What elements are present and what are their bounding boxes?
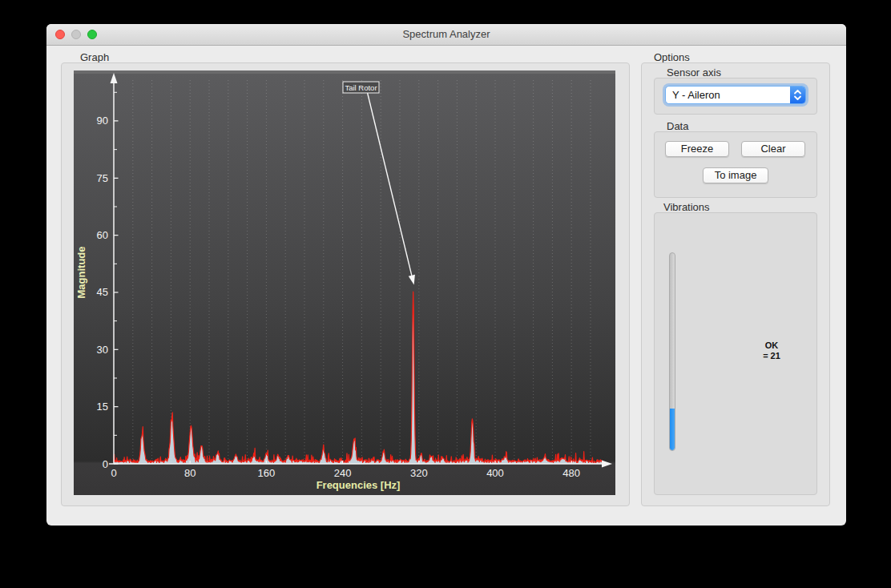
svg-text:15: 15 xyxy=(97,401,108,413)
svg-text:30: 30 xyxy=(97,344,108,356)
app-window: Spectrum Analyzer Graph 0153045607590080… xyxy=(46,24,846,526)
vibration-level-fill xyxy=(670,409,675,450)
svg-text:75: 75 xyxy=(97,172,108,184)
vibration-status: OK = 21 xyxy=(724,340,820,361)
vibrations-group-label: Vibrations xyxy=(663,201,710,213)
spectrum-plot-canvas: 0153045607590080160240320400480Magnitude… xyxy=(74,70,615,495)
svg-text:240: 240 xyxy=(334,467,352,479)
vibration-status-text: OK xyxy=(724,340,820,351)
dropdown-stepper-icon[interactable] xyxy=(790,87,805,103)
svg-text:Tail Rotor: Tail Rotor xyxy=(345,83,377,92)
svg-text:0: 0 xyxy=(103,458,108,470)
svg-text:45: 45 xyxy=(97,286,108,298)
svg-text:Magnitude: Magnitude xyxy=(75,247,87,299)
svg-text:160: 160 xyxy=(258,467,276,479)
vibration-level-slider[interactable] xyxy=(669,252,675,451)
svg-text:Frequencies [Hz]: Frequencies [Hz] xyxy=(316,479,401,491)
sensor-axis-selected-value: Y - Aileron xyxy=(672,87,720,103)
svg-text:90: 90 xyxy=(97,115,108,127)
spectrum-plot: 0153045607590080160240320400480Magnitude… xyxy=(74,70,615,495)
svg-text:320: 320 xyxy=(410,467,428,479)
options-group-label: Options xyxy=(654,51,690,63)
svg-text:0: 0 xyxy=(111,467,116,479)
title-bar: Spectrum Analyzer xyxy=(46,24,846,46)
svg-text:60: 60 xyxy=(97,229,108,241)
sensor-axis-group-label: Sensor axis xyxy=(667,66,721,79)
to-image-button[interactable]: To image xyxy=(703,167,768,183)
freeze-button[interactable]: Freeze xyxy=(665,141,729,157)
graph-group-label: Graph xyxy=(80,51,109,63)
sensor-axis-select[interactable]: Y - Aileron xyxy=(665,86,806,104)
svg-text:80: 80 xyxy=(184,467,196,479)
clear-button[interactable]: Clear xyxy=(741,141,805,157)
svg-text:400: 400 xyxy=(486,467,504,479)
svg-text:480: 480 xyxy=(562,467,580,479)
data-group-label: Data xyxy=(667,120,688,132)
window-title: Spectrum Analyzer xyxy=(46,24,846,45)
vibration-value-text: = 21 xyxy=(724,351,820,361)
